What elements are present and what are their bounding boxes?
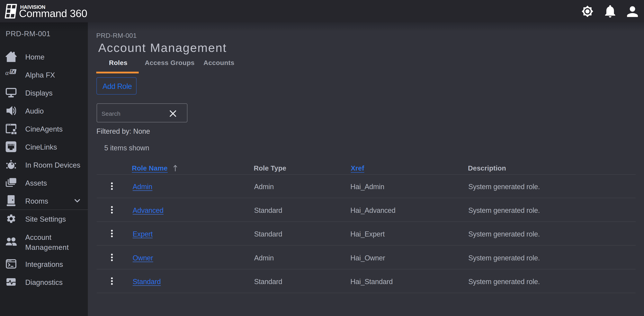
svg-text:α: α bbox=[6, 69, 9, 75]
svg-text:fx: fx bbox=[10, 69, 15, 75]
